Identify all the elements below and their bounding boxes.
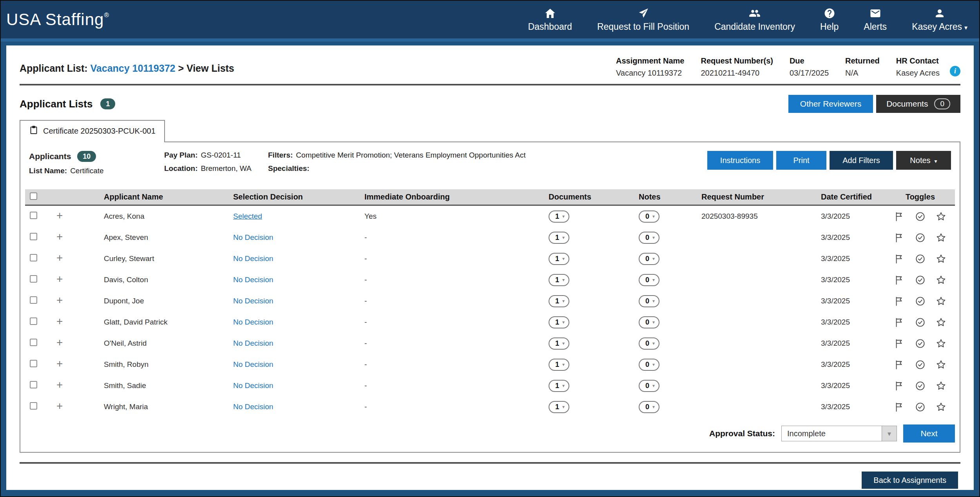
selection-decision-link[interactable]: No Decision [233, 254, 273, 263]
selection-decision-link[interactable]: Selected [233, 212, 262, 220]
star-toggle-icon[interactable] [936, 317, 946, 328]
flag-toggle-icon[interactable] [894, 402, 905, 412]
nav-request-to-fill-position[interactable]: Request to Fill Position [597, 7, 689, 32]
nav-candidate-inventory[interactable]: Candidate Inventory [714, 7, 795, 32]
notes-dropdown[interactable]: 0▾ [639, 274, 659, 286]
check-circle-toggle-icon[interactable] [915, 338, 926, 349]
row-checkbox[interactable] [30, 402, 37, 410]
notes-dropdown[interactable]: 0▾ [639, 359, 659, 371]
notes-dropdown[interactable]: 0▾ [639, 253, 659, 265]
flag-toggle-icon[interactable] [894, 211, 905, 222]
star-toggle-icon[interactable] [936, 338, 946, 349]
flag-toggle-icon[interactable] [894, 359, 905, 370]
flag-toggle-icon[interactable] [894, 317, 905, 328]
check-circle-toggle-icon[interactable] [915, 317, 926, 328]
documents-dropdown[interactable]: 1▾ [549, 210, 569, 223]
selection-decision-link[interactable]: No Decision [233, 339, 273, 347]
documents-dropdown[interactable]: 1▾ [549, 380, 569, 392]
documents-dropdown[interactable]: 1▾ [549, 274, 569, 286]
documents-dropdown[interactable]: 1▾ [549, 359, 569, 371]
check-circle-toggle-icon[interactable] [915, 254, 926, 264]
flag-toggle-icon[interactable] [894, 254, 905, 264]
date-certified-value: 3/3/2025 [807, 297, 886, 305]
add-filters-button[interactable]: Add Filters [830, 151, 893, 170]
row-checkbox[interactable] [30, 254, 37, 261]
expand-row-icon[interactable]: + [56, 209, 63, 221]
selection-decision-link[interactable]: No Decision [233, 381, 273, 390]
selection-decision-link[interactable]: No Decision [233, 297, 273, 305]
selection-decision-link[interactable]: No Decision [233, 318, 273, 326]
selection-decision-link[interactable]: No Decision [233, 360, 273, 368]
notes-dropdown[interactable]: 0▾ [639, 210, 659, 223]
expand-row-icon[interactable]: + [56, 379, 63, 391]
star-toggle-icon[interactable] [936, 254, 946, 264]
documents-dropdown[interactable]: 1▾ [549, 232, 569, 244]
expand-row-icon[interactable]: + [56, 273, 63, 285]
expand-row-icon[interactable]: + [56, 315, 63, 327]
nav-user-menu[interactable]: Kasey Acres▾ [912, 7, 967, 32]
row-checkbox[interactable] [30, 233, 37, 240]
documents-dropdown[interactable]: 1▾ [549, 337, 569, 350]
select-all-checkbox[interactable] [30, 192, 37, 200]
print-button[interactable]: Print [776, 151, 826, 170]
documents-dropdown[interactable]: 1▾ [549, 316, 569, 328]
check-circle-toggle-icon[interactable] [915, 402, 926, 412]
row-checkbox[interactable] [30, 296, 37, 304]
nav-alerts[interactable]: Alerts [864, 7, 887, 32]
star-toggle-icon[interactable] [936, 275, 946, 285]
flag-toggle-icon[interactable] [894, 275, 905, 285]
vacancy-link[interactable]: Vacancy 10119372 [91, 63, 176, 74]
notes-dropdown[interactable]: 0▾ [639, 337, 659, 350]
flag-toggle-icon[interactable] [894, 338, 905, 349]
nav-help[interactable]: Help [820, 7, 839, 32]
check-circle-toggle-icon[interactable] [915, 275, 926, 285]
row-checkbox[interactable] [30, 317, 37, 325]
check-circle-toggle-icon[interactable] [915, 381, 926, 391]
row-checkbox[interactable] [30, 339, 37, 346]
star-toggle-icon[interactable] [936, 296, 946, 307]
notes-dropdown[interactable]: 0▾ [639, 401, 659, 413]
notes-dropdown[interactable]: 0▾ [639, 316, 659, 328]
expand-row-icon[interactable]: + [56, 230, 63, 243]
back-to-assignments-button[interactable]: Back to Assignments [862, 472, 958, 489]
expand-row-icon[interactable]: + [56, 336, 63, 348]
notes-button[interactable]: Notes▾ [896, 151, 951, 170]
row-checkbox[interactable] [30, 275, 37, 283]
star-toggle-icon[interactable] [936, 232, 946, 243]
instructions-button[interactable]: Instructions [707, 151, 773, 170]
approval-status-select[interactable]: Incomplete ▼ [781, 426, 897, 441]
expand-row-icon[interactable]: + [56, 252, 63, 264]
notes-dropdown[interactable]: 0▾ [639, 295, 659, 307]
nav-dashboard[interactable]: Dashboard [528, 7, 572, 32]
row-checkbox[interactable] [30, 381, 37, 388]
star-toggle-icon[interactable] [936, 211, 946, 222]
certificate-tab[interactable]: Certificate 20250303-PCUK-001 [20, 120, 165, 142]
star-toggle-icon[interactable] [936, 402, 946, 412]
other-reviewers-button[interactable]: Other Reviewers [788, 95, 873, 113]
selection-decision-link[interactable]: No Decision [233, 276, 273, 284]
next-button[interactable]: Next [903, 424, 955, 443]
check-circle-toggle-icon[interactable] [915, 211, 926, 222]
selection-decision-link[interactable]: No Decision [233, 403, 273, 411]
flag-toggle-icon[interactable] [894, 381, 905, 391]
documents-dropdown[interactable]: 1▾ [549, 295, 569, 307]
info-icon[interactable]: i [950, 66, 960, 76]
documents-button[interactable]: Documents 0 [876, 95, 960, 113]
star-toggle-icon[interactable] [936, 359, 946, 370]
check-circle-toggle-icon[interactable] [915, 359, 926, 370]
check-circle-toggle-icon[interactable] [915, 296, 926, 307]
documents-dropdown[interactable]: 1▾ [549, 401, 569, 413]
expand-row-icon[interactable]: + [56, 400, 63, 412]
row-checkbox[interactable] [30, 360, 37, 367]
check-circle-toggle-icon[interactable] [915, 232, 926, 243]
notes-dropdown[interactable]: 0▾ [639, 232, 659, 244]
star-toggle-icon[interactable] [936, 381, 946, 391]
expand-row-icon[interactable]: + [56, 294, 63, 306]
documents-dropdown[interactable]: 1▾ [549, 253, 569, 265]
selection-decision-link[interactable]: No Decision [233, 233, 273, 241]
expand-row-icon[interactable]: + [56, 357, 63, 370]
flag-toggle-icon[interactable] [894, 232, 905, 243]
flag-toggle-icon[interactable] [894, 296, 905, 307]
notes-dropdown[interactable]: 0▾ [639, 380, 659, 392]
row-checkbox[interactable] [30, 212, 37, 219]
